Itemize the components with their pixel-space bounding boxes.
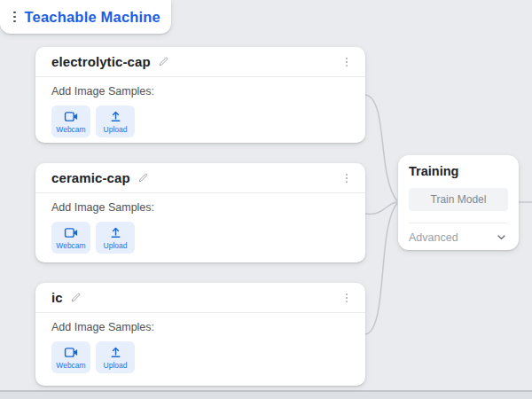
connector-class-3 [365,203,397,334]
advanced-expander[interactable]: Advanced [398,223,519,251]
upload-button[interactable]: Upload [96,341,135,373]
webcam-button-label: Webcam [56,361,85,370]
menu-icon[interactable] [13,12,16,23]
upload-icon [108,225,123,240]
webcam-button[interactable]: Webcam [51,222,90,254]
class-card-header: ic [35,283,365,313]
edit-pencil-icon[interactable] [158,56,169,67]
sample-buttons-row: Webcam Upload [51,222,349,254]
webcam-icon [63,225,80,240]
webcam-button-label: Webcam [56,241,85,250]
class-card-header: electrolytic-cap [35,47,365,77]
upload-icon [108,345,123,360]
add-samples-label: Add Image Samples: [51,321,349,333]
advanced-label: Advanced [409,231,458,244]
class-card-body: Add Image Samples: Webcam Upload [35,193,365,254]
class-card-ceramic-cap: ceramic-cap Add Image Samples: [35,163,365,262]
more-options-icon[interactable] [339,53,355,71]
upload-button[interactable]: Upload [96,106,135,137]
teachable-machine-canvas: { "app": { "title": "Teachable Machine" … [0,0,532,399]
sample-buttons-row: Webcam Upload [51,341,349,373]
webcam-icon [63,345,80,360]
class-card-ic: ic Add Image Samples: [35,283,365,386]
training-title: Training [409,164,508,178]
class-name[interactable]: ceramic-cap [51,170,130,185]
webcam-icon [63,109,80,124]
class-card-body: Add Image Samples: Webcam Upload [35,77,365,137]
edit-pencil-icon[interactable] [137,172,149,184]
add-samples-label: Add Image Samples: [51,85,349,98]
class-card-header: ceramic-cap [35,163,365,193]
chevron-down-icon [495,231,508,244]
class-card-electrolytic-cap: electrolytic-cap Add Image Samples: [35,47,365,143]
webcam-button[interactable]: Webcam [51,106,90,137]
app-header: Teachable Machine [0,0,171,34]
upload-button-label: Upload [104,361,128,370]
add-samples-label: Add Image Samples: [51,201,349,214]
more-options-icon[interactable] [339,169,355,187]
connector-class-1 [365,95,397,201]
more-options-icon[interactable] [339,289,355,307]
training-panel: Training Train Model Advanced [398,155,519,250]
webcam-button[interactable]: Webcam [51,341,90,373]
training-panel-body: Training Train Model [398,155,519,223]
upload-button-label: Upload [104,241,128,250]
class-name[interactable]: ic [51,290,63,305]
webcam-button-label: Webcam [56,125,85,134]
upload-icon [108,109,123,124]
upload-button[interactable]: Upload [96,222,135,254]
class-name[interactable]: electrolytic-cap [51,54,151,69]
edit-pencil-icon[interactable] [70,292,82,303]
upload-button-label: Upload [104,125,128,134]
class-card-body: Add Image Samples: Webcam Upload [35,313,365,373]
sample-buttons-row: Webcam Upload [51,106,349,137]
app-title[interactable]: Teachable Machine [25,9,160,26]
train-model-button[interactable]: Train Model [409,188,508,211]
